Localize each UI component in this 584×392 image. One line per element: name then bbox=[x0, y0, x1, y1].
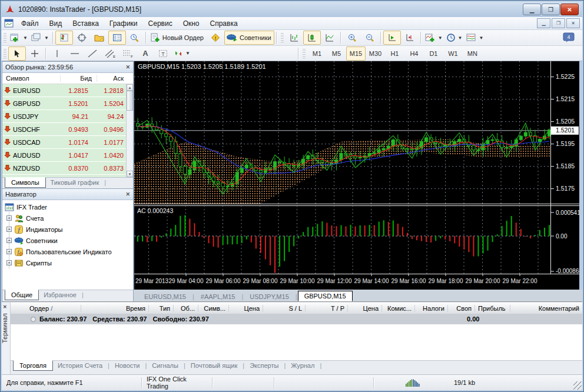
period-button-W1[interactable]: W1 bbox=[443, 46, 463, 61]
new-chart-button[interactable]: ▼ bbox=[8, 31, 29, 45]
terminal-column-10[interactable]: Налоги bbox=[415, 305, 448, 312]
line-chart-button[interactable] bbox=[321, 31, 339, 45]
navigator-title-bar[interactable]: Навигатор ✕ bbox=[2, 189, 133, 200]
terminal-tab-0[interactable]: Торговля bbox=[13, 360, 53, 371]
navigator-item-4[interactable]: +Скрипты bbox=[9, 257, 133, 268]
expand-icon[interactable]: + bbox=[6, 238, 12, 243]
trendline-button[interactable] bbox=[84, 46, 101, 61]
terminal-column-4[interactable]: Симв... bbox=[198, 305, 229, 312]
period-button-H4[interactable]: H4 bbox=[404, 46, 424, 61]
text-button[interactable]: A bbox=[137, 46, 154, 61]
bar-chart-button[interactable] bbox=[286, 31, 303, 45]
market-watch-tab-0[interactable]: Символы bbox=[5, 177, 46, 188]
period-button-D1[interactable]: D1 bbox=[424, 46, 443, 61]
title-bar[interactable]: 1020890: InstaTrader - [GBPUSD,M15] ▁ ❐ … bbox=[2, 2, 582, 17]
notifications-button[interactable]: 4 bbox=[560, 31, 578, 45]
navigator-root[interactable]: IFX Trader bbox=[5, 201, 133, 212]
menu-item-3[interactable]: Графики bbox=[104, 18, 143, 29]
navigator-toggle[interactable] bbox=[91, 31, 108, 45]
terminal-column-2[interactable]: Тип bbox=[149, 305, 174, 312]
navigator-item-1[interactable]: +fИндикаторы bbox=[9, 224, 133, 235]
market-watch-row[interactable]: GBPUSD1.52011.5204 bbox=[2, 97, 133, 110]
market-watch-close-icon[interactable]: ✕ bbox=[125, 64, 130, 70]
terminal-tab-3[interactable]: Сигналы bbox=[147, 361, 183, 370]
templates-button[interactable]: ▼ bbox=[464, 31, 486, 45]
mdi-child-icon[interactable] bbox=[4, 19, 14, 28]
menu-item-0[interactable]: Файл bbox=[16, 18, 44, 29]
fibonacci-button[interactable]: F bbox=[119, 46, 137, 61]
market-watch-row[interactable]: USDJPY94.2194.24 bbox=[2, 110, 133, 123]
resize-grip[interactable] bbox=[573, 381, 582, 390]
expand-icon[interactable]: + bbox=[6, 227, 12, 232]
label-button[interactable]: T bbox=[154, 46, 172, 61]
navigator-item-0[interactable]: +Счета bbox=[9, 212, 133, 224]
market-watch-row[interactable]: NZDUSD0.83700.8373 bbox=[2, 162, 133, 175]
chart-tab-1[interactable]: #AAPL,M15 bbox=[195, 292, 241, 301]
terminal-column-3[interactable]: Об... bbox=[174, 305, 198, 312]
chart-shift-button[interactable] bbox=[401, 31, 419, 45]
market-watch-toggle[interactable] bbox=[55, 31, 73, 45]
chart-tab-2[interactable]: USDJPY,M15 bbox=[244, 292, 294, 301]
period-button-M1[interactable]: M1 bbox=[307, 46, 327, 61]
balance-row[interactable]: Баланс: 230.97 Средства: 230.97 Свободно… bbox=[11, 314, 582, 324]
terminal-column-13[interactable]: Комментарий bbox=[510, 305, 582, 312]
scroll-up-icon[interactable]: ▲ bbox=[127, 84, 133, 91]
chart-tab-0[interactable]: EURUSD,M15 bbox=[138, 292, 192, 301]
expand-icon[interactable]: + bbox=[6, 260, 12, 265]
period-button-MN[interactable]: MN bbox=[463, 46, 482, 61]
mdi-minimize-button[interactable]: ▁ bbox=[537, 18, 550, 28]
channel-button[interactable]: E bbox=[101, 46, 119, 61]
auto-scroll-button[interactable] bbox=[383, 31, 401, 45]
candlestick-button[interactable] bbox=[303, 31, 321, 45]
profiles-button[interactable]: ▼ bbox=[29, 31, 51, 45]
menu-item-6[interactable]: Справка bbox=[205, 18, 243, 29]
alert-icon[interactable]: ! bbox=[207, 31, 224, 45]
scroll-down-icon[interactable]: ▼ bbox=[127, 171, 133, 177]
menu-item-2[interactable]: Вставка bbox=[67, 18, 104, 29]
terminal-column-1[interactable]: Время bbox=[81, 305, 149, 312]
indicators-button[interactable]: ▼ bbox=[423, 31, 444, 45]
toolbar-grip[interactable] bbox=[4, 48, 6, 59]
period-button-M5[interactable]: M5 bbox=[327, 46, 346, 61]
market-watch-row[interactable]: AUDUSD1.04171.0420 bbox=[2, 149, 133, 162]
scroll-thumb[interactable] bbox=[127, 91, 133, 111]
terminal-column-0[interactable]: Ордер / bbox=[11, 305, 81, 312]
navigator-tab-0[interactable]: Общие bbox=[5, 290, 39, 300]
terminal-close-icon[interactable]: ✕ bbox=[3, 304, 7, 310]
expand-icon[interactable]: + bbox=[6, 249, 12, 254]
terminal-column-6[interactable]: S / L bbox=[263, 305, 306, 312]
terminal-tab-6[interactable]: Журнал bbox=[286, 361, 319, 370]
terminal-toggle[interactable] bbox=[108, 31, 126, 45]
terminal-column-7[interactable]: T / P bbox=[306, 305, 348, 312]
navigator-item-3[interactable]: +fПользовательские Индикато bbox=[9, 246, 133, 257]
terminal-column-11[interactable]: Своп bbox=[448, 305, 475, 312]
status-one-click-cell[interactable]: IFX One Click Trading bbox=[142, 377, 213, 388]
vertical-line-button[interactable] bbox=[48, 46, 66, 61]
market-watch-row[interactable]: USDCHF0.94930.9496 bbox=[2, 123, 133, 136]
terminal-tab-2[interactable]: Новости bbox=[110, 361, 145, 370]
period-button-M15[interactable]: M15 bbox=[346, 46, 366, 61]
mdi-close-button[interactable]: ✕ bbox=[566, 18, 580, 28]
market-watch-row[interactable]: EURUSD1.28151.2818 bbox=[2, 84, 133, 97]
period-button-M30[interactable]: M30 bbox=[366, 46, 385, 61]
zoom-in-button[interactable] bbox=[343, 31, 361, 45]
maximize-button[interactable]: ❐ bbox=[542, 4, 560, 15]
market-watch-scrollbar[interactable]: ▲ ▼ bbox=[126, 84, 133, 177]
terminal-column-8[interactable]: Цена bbox=[348, 305, 382, 312]
chart-window[interactable]: 1.52251.52151.52051.51951.51851.51751.52… bbox=[134, 61, 579, 290]
toolbar-grip[interactable] bbox=[4, 32, 6, 43]
column-bid[interactable]: Бид bbox=[61, 75, 97, 82]
navigator-item-2[interactable]: +Советники bbox=[9, 235, 133, 246]
data-window-button[interactable] bbox=[73, 31, 91, 45]
market-watch-row[interactable]: EURJPY120.75120.79 bbox=[2, 175, 133, 177]
price-chart[interactable]: 1.52251.52151.52051.51951.51851.51751.52… bbox=[134, 61, 579, 290]
new-order-button[interactable]: Новый Ордер bbox=[148, 31, 207, 45]
terminal-column-12[interactable]: Прибыль bbox=[475, 305, 510, 312]
navigator-close-icon[interactable]: ✕ bbox=[125, 191, 130, 197]
market-watch-tab-1[interactable]: Тиковый график bbox=[46, 178, 104, 187]
crosshair-tool-button[interactable] bbox=[26, 46, 44, 61]
chart-tab-3[interactable]: GBPUSD,M15 bbox=[298, 291, 353, 301]
terminal-tab-1[interactable]: История Счета bbox=[53, 361, 107, 370]
navigator-tab-1[interactable]: Избранное bbox=[39, 290, 81, 300]
period-button-H1[interactable]: H1 bbox=[385, 46, 404, 61]
